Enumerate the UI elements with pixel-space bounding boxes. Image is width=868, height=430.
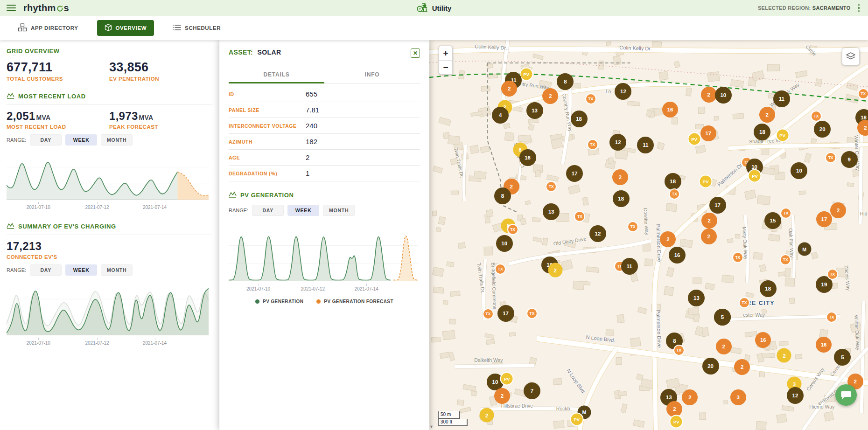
map-marker-transformer[interactable]: TX — [825, 152, 836, 163]
map-marker-transformer[interactable]: TX — [495, 264, 506, 275]
map-marker-load[interactable]: 17 — [497, 305, 514, 322]
map-marker-load[interactable]: 13 — [526, 102, 543, 119]
map-marker-generation[interactable]: 2 — [759, 107, 775, 123]
map-marker-transformer[interactable]: TX — [673, 345, 685, 356]
map-marker-pv[interactable]: PV — [748, 169, 762, 182]
map-marker-generation[interactable]: 2 — [701, 229, 717, 244]
map-marker-generation[interactable]: 2 — [660, 231, 676, 247]
map-marker-transformer[interactable]: TX — [780, 208, 791, 219]
map-marker-load[interactable]: 11 — [621, 258, 638, 275]
map-marker-transformer[interactable]: TX — [546, 181, 557, 192]
load-range-month-button[interactable]: MONTH — [101, 134, 133, 146]
map-marker-load[interactable]: 8 — [494, 187, 511, 204]
map-canvas[interactable]: Colin Kelly Dr.Colin Kelly Dr.CircleCoun… — [429, 40, 868, 430]
map-marker-transformer[interactable]: TX — [526, 308, 538, 319]
pv-range-month-button[interactable]: MONTH — [323, 205, 355, 216]
map-marker-pv[interactable]: PV — [670, 415, 683, 429]
pv-range-week-button[interactable]: WEEK — [287, 205, 319, 216]
map-marker-transformer[interactable]: TX — [627, 221, 638, 232]
tab-details[interactable]: DETAILS — [229, 66, 324, 83]
map-marker-load[interactable]: 5 — [834, 349, 851, 366]
map-marker-generation[interactable]: 16 — [816, 337, 832, 353]
map-marker-load[interactable]: 17 — [709, 197, 726, 214]
map-marker-load[interactable]: 18 — [571, 111, 588, 127]
map-marker-load[interactable]: 9 — [841, 151, 858, 168]
ev-range-day-button[interactable]: DAY — [30, 264, 62, 276]
map-marker-load[interactable]: 18 — [665, 173, 681, 190]
map-marker-load[interactable]: 12 — [589, 225, 606, 242]
map-marker-load[interactable]: 10 — [715, 87, 732, 104]
map-marker-load[interactable]: 13 — [543, 203, 560, 220]
ev-range-week-button[interactable]: WEEK — [65, 264, 97, 276]
map-marker-transformer[interactable]: TX — [827, 269, 838, 280]
map-marker-generation[interactable]: 2 — [857, 120, 868, 136]
map-marker-transformer[interactable]: TX — [483, 308, 494, 319]
map-marker-load[interactable]: 13 — [688, 290, 705, 306]
nav-overview[interactable]: OVERVIEW — [97, 20, 154, 36]
map-marker-pv-group[interactable]: 2 — [548, 263, 562, 277]
map-marker-load[interactable]: 15 — [764, 212, 781, 229]
menu-icon[interactable] — [7, 4, 16, 12]
map-marker-transformer[interactable]: TX — [739, 297, 750, 308]
map-marker-pv[interactable]: PV — [699, 175, 713, 188]
map-marker-generation[interactable]: 2 — [612, 169, 628, 185]
map-marker-generation[interactable]: 2 — [666, 401, 682, 417]
map-marker-load[interactable]: 4 — [492, 107, 509, 124]
map-marker-pv[interactable]: PV — [500, 372, 514, 386]
map-marker-generation[interactable]: 2 — [830, 202, 846, 218]
map-marker-generation[interactable]: 2 — [501, 81, 517, 97]
chat-button[interactable] — [835, 384, 857, 406]
map-marker-transformer[interactable]: TX — [587, 139, 598, 150]
nav-scheduler[interactable]: SCHEDULER — [168, 21, 225, 35]
region-selector[interactable]: SELECTED REGION: SACRAMENTO — [758, 5, 851, 11]
panel-collapse-arrow[interactable]: ▼ — [429, 424, 434, 429]
map-marker-generation[interactable]: 2 — [682, 389, 698, 405]
map-marker-load[interactable]: 12 — [787, 387, 804, 404]
zoom-out-button[interactable]: − — [439, 60, 452, 74]
map-marker-load[interactable]: 20 — [702, 358, 719, 375]
map-marker-load[interactable]: 18 — [613, 190, 630, 207]
kebab-menu-icon[interactable] — [855, 3, 863, 13]
map-marker-load[interactable]: 8 — [557, 73, 574, 90]
zoom-in-button[interactable]: + — [439, 46, 452, 60]
map-marker-generation[interactable]: 2 — [716, 339, 732, 354]
map-marker-pv[interactable]: PV — [776, 128, 789, 142]
map-marker-load[interactable]: 17 — [566, 165, 583, 182]
map-marker-transformer[interactable]: TX — [585, 93, 596, 104]
map-marker-generation[interactable]: 2 — [701, 213, 717, 229]
close-icon[interactable]: ✕ — [411, 49, 420, 58]
load-range-day-button[interactable]: DAY — [30, 134, 62, 146]
map-marker-generation[interactable]: 16 — [755, 332, 771, 348]
map-marker-generation[interactable]: 17 — [816, 211, 832, 227]
map-marker-transformer[interactable]: TX — [574, 211, 585, 222]
map-marker-load[interactable]: 5 — [714, 309, 731, 326]
map-marker-transformer[interactable]: TX — [811, 111, 822, 122]
map-marker-generation[interactable]: 2 — [734, 359, 750, 375]
map-marker-load[interactable]: 12 — [615, 83, 631, 100]
map-marker-generation[interactable]: 16 — [662, 102, 678, 118]
map-marker-transformer[interactable]: TX — [858, 88, 868, 99]
map-marker-meter[interactable]: M — [798, 243, 811, 256]
map-marker-pv-group[interactable]: 2 — [777, 348, 791, 363]
map-marker-generation[interactable]: 17 — [700, 125, 716, 141]
map-marker-load[interactable]: 11 — [637, 137, 654, 153]
map-marker-generation[interactable]: 3 — [730, 389, 746, 405]
layers-button[interactable] — [842, 48, 860, 65]
map-marker-load[interactable]: 10 — [791, 162, 807, 179]
map-marker-load[interactable]: 11 — [773, 90, 790, 107]
map-marker-generation[interactable]: 2 — [542, 88, 558, 104]
pv-range-day-button[interactable]: DAY — [252, 205, 284, 216]
map-marker-generation[interactable]: 2 — [701, 87, 717, 103]
map-marker-transformer[interactable]: TX — [732, 252, 743, 263]
load-range-week-button[interactable]: WEEK — [65, 134, 97, 146]
map-marker-transformer[interactable]: TX — [780, 254, 791, 265]
map-marker-transformer[interactable]: TX — [669, 188, 680, 200]
map-marker-load[interactable]: 18 — [754, 124, 770, 140]
ev-range-month-button[interactable]: MONTH — [101, 264, 133, 276]
map-marker-load[interactable]: 16 — [669, 247, 686, 264]
tab-info[interactable]: INFO — [324, 66, 420, 83]
map-marker-load[interactable]: 18 — [760, 280, 777, 297]
map-marker-load[interactable]: 10 — [496, 235, 513, 252]
map-marker-load[interactable]: 7 — [524, 382, 540, 399]
map-marker-transformer[interactable]: TX — [826, 312, 837, 323]
